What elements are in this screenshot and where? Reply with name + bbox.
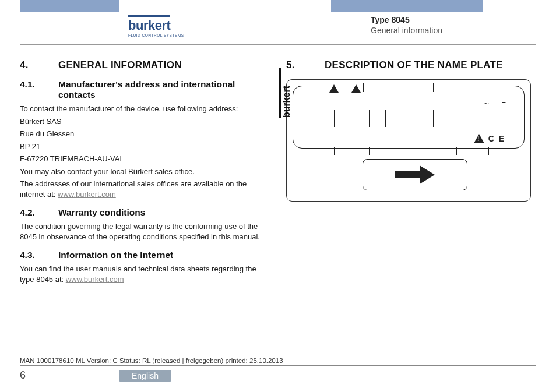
section-title: GENERAL INFORMATION [58,59,270,71]
brand-logo-text: burkert [128,15,170,33]
ce-mark-icon: C E [488,134,505,143]
doc-section: General information [371,26,442,35]
subsection-title: Manufacturer's address and international… [58,79,270,100]
right-column: 5. DESCRIPTION OF THE NAME PLATE burkert… [286,59,536,287]
section-5-heading: 5. DESCRIPTION OF THE NAME PLATE [286,59,536,71]
callout-tick [509,147,509,155]
language-badge: English [119,370,171,382]
page-header: burkert FLUID CONTROL SYSTEMS Type 8045 … [0,0,556,45]
paragraph: The condition governing the legal warran… [20,221,270,242]
address-line: Bürkert SAS [20,116,270,127]
doc-title-block: Type 8045 General information [371,15,442,35]
callout-tick [456,147,457,155]
callout-tick [414,189,414,197]
flow-direction-label [363,159,467,190]
paragraph-text: You can find the user manuals and techni… [20,264,256,284]
page-number: 6 [20,369,119,382]
section-title: DESCRIPTION OF THE NAME PLATE [325,59,536,71]
arrow-shaft [395,171,421,178]
dc-symbol-icon: = [502,99,505,107]
triangle-icon [351,84,361,93]
address-line: BP 21 [20,142,270,152]
callout-tick [334,147,335,155]
paragraph: You may also contact your local Bürkert … [20,167,270,177]
subsection-number: 4.2. [20,207,58,218]
callout-tick [488,147,489,155]
section-4-heading: 4. GENERAL INFORMATION [20,59,270,71]
brand-logo-tagline: FLUID CONTROL SYSTEMS [128,33,192,37]
nameplate-outline: burkert ~ = [293,86,525,149]
page-footer: MAN 1000178610 ML Version: C Status: RL … [20,357,536,382]
section-number: 4. [20,59,58,71]
callout-tick [410,147,410,155]
subsection-4-3-heading: 4.3. Information on the Internet [20,250,270,260]
ac-symbol-icon: ~ [484,99,489,108]
subsection-number: 4.1. [20,79,58,100]
nameplate-brand-vertical: burkert [297,91,308,143]
paragraph: The addresses of our international sales… [20,179,270,199]
callout-tick [369,147,370,155]
warning-icon [474,134,484,143]
paragraph: You can find the user manuals and techni… [20,264,270,284]
nameplate-brand-text: burkert [279,68,292,118]
callout-ticks-top [340,83,512,90]
subsection-title: Warranty conditions [58,207,270,218]
burkert-link[interactable]: www.burkert.com [58,190,116,199]
content-columns: 4. GENERAL INFORMATION 4.1. Manufacturer… [20,59,536,287]
paragraph: To contact the manufacturer of the devic… [20,104,270,114]
subsection-4-2-heading: 4.2. Warranty conditions [20,207,270,218]
brand-logo: burkert FLUID CONTROL SYSTEMS [128,15,192,37]
subsection-number: 4.3. [20,250,58,260]
doc-type: Type 8045 [371,15,442,24]
nameplate-figure: burkert ~ = [286,79,531,202]
left-column: 4. GENERAL INFORMATION 4.1. Manufacturer… [20,59,270,287]
address-line: Rue du Giessen [20,129,270,139]
header-accent-right [331,0,483,12]
header-rule [20,44,536,45]
arrow-right-icon [420,165,435,184]
header-accent-left [20,0,119,12]
address-line: F-67220 TRIEMBACH-AU-VAL [20,154,270,164]
footer-meta: MAN 1000178610 ML Version: C Status: RL … [20,357,536,366]
burkert-link[interactable]: www.burkert.com [66,275,124,284]
subsection-title: Information on the Internet [58,250,270,260]
paragraph-text: The addresses of our international sales… [20,179,247,199]
triangle-icon [329,84,339,93]
subsection-4-1-heading: 4.1. Manufacturer's address and internat… [20,79,270,100]
